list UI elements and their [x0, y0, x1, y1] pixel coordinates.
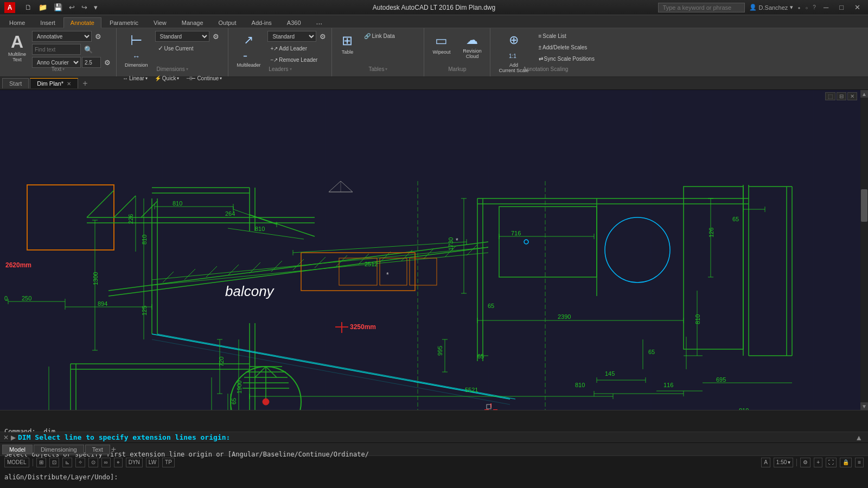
close-btn[interactable]: ✕	[851, 2, 864, 12]
dim-style-config-btn[interactable]: ⚙	[210, 31, 221, 42]
grid-btn[interactable]: ⊞	[36, 458, 46, 467]
new-btn[interactable]: 🗋	[23, 2, 34, 12]
canvas-float-btn[interactable]: ⊟	[837, 92, 846, 100]
tables-group-label[interactable]: Tables ▾	[332, 65, 424, 74]
scale-list-btn[interactable]: ≡ Scale List	[536, 30, 597, 41]
tab-parametric[interactable]: Parametric	[103, 17, 145, 28]
leader-style-config[interactable]: ⚙	[317, 31, 328, 42]
undo-btn[interactable]: ↩	[67, 2, 77, 12]
canvas-close-btn[interactable]: ✕	[847, 92, 857, 100]
polar-btn[interactable]: ✧	[75, 458, 85, 467]
tab-more[interactable]: ...	[309, 15, 330, 28]
link-data-btn[interactable]: 🔗 Link Data	[361, 30, 397, 41]
continue-btn[interactable]: ⊣⊢ Continue ▾	[183, 73, 225, 84]
find-text-btn[interactable]: 🔍	[82, 44, 95, 55]
help-search[interactable]	[658, 3, 745, 12]
bottom-tab-text[interactable]: Text	[85, 445, 110, 454]
find-text-input[interactable]	[32, 44, 81, 55]
workspace-btn[interactable]: ⚙	[800, 458, 810, 467]
add-leader-label: Add Leader	[279, 46, 307, 52]
table-btn[interactable]: ⊞ Table	[335, 30, 359, 57]
bottom-tab-model[interactable]: Model	[2, 445, 33, 454]
lw-btn[interactable]: LW	[146, 458, 159, 467]
qa-more-btn[interactable]: ▾	[92, 2, 100, 12]
ducs-btn[interactable]: ⌖	[114, 458, 123, 467]
dim-style-dropdown[interactable]: Standard	[155, 31, 209, 42]
dim-sub-row: ↔ Linear ▾ ⚡ Quick ▾ ⊣⊢ Continue ▾	[120, 73, 225, 84]
bottom-tab-dimensioning[interactable]: Dimensioning	[34, 445, 84, 454]
continue-dropdown-arrow[interactable]: ▾	[220, 76, 222, 81]
wipeout-label: Wipeout	[432, 49, 450, 55]
tab-output[interactable]: Output	[212, 17, 244, 28]
use-current-btn[interactable]: ✓ Use Current	[155, 43, 221, 54]
osnap-btn[interactable]: ⊙	[88, 458, 98, 467]
table-label: Table	[342, 49, 354, 55]
annotation-scale-btn[interactable]: A	[761, 458, 770, 467]
dimensions-group-label[interactable]: Dimensions ▾	[117, 65, 228, 74]
cmd-arrow-btn[interactable]: ▶	[11, 434, 16, 441]
tab-annotate[interactable]: Annotate	[63, 17, 101, 28]
redo-btn[interactable]: ↪	[79, 2, 90, 12]
linear-dropdown-arrow[interactable]: ▾	[145, 76, 148, 81]
svg-text:0: 0	[4, 295, 8, 301]
text-group-label[interactable]: Text ▾	[0, 65, 116, 74]
quick-btn[interactable]: ⚡ Quick ▾	[152, 73, 182, 84]
multiline-text-btn[interactable]: A MultilineText	[3, 30, 31, 65]
tab-manage[interactable]: Manage	[175, 17, 210, 28]
link-data-label: Link Data	[372, 33, 394, 39]
svg-text:720: 720	[218, 357, 225, 367]
fullscreen-btn[interactable]: ⛶	[826, 458, 837, 467]
svg-text:1300: 1300	[92, 272, 99, 285]
tp-btn[interactable]: TP	[162, 458, 175, 467]
leaders-group-label[interactable]: Leaders ▾	[228, 65, 331, 74]
cmd-expand-btn[interactable]: ▲	[853, 433, 865, 442]
open-btn[interactable]: 📁	[36, 2, 49, 12]
tab-addins[interactable]: Add-ins	[245, 17, 279, 28]
scale-btn[interactable]: 1:50 ▾	[774, 458, 793, 467]
ortho-btn[interactable]: ⊾	[62, 458, 72, 467]
dimension-btn[interactable]: ⊢↔ Dimension	[120, 30, 153, 70]
dyn-btn[interactable]: DYN	[126, 458, 143, 467]
scroll-up-btn[interactable]: ▲	[860, 90, 868, 98]
save-btn[interactable]: 💾	[52, 2, 65, 12]
revision-cloud-btn[interactable]: ☁ RevisionCloud	[457, 30, 487, 62]
canvas-area[interactable]: * *	[0, 90, 868, 410]
scroll-thumb[interactable]	[861, 189, 867, 222]
remove-leader-btn[interactable]: −↗ Remove Leader	[267, 54, 328, 65]
cmd-x-btn[interactable]: ✕	[3, 434, 9, 441]
add-bottom-tab-btn[interactable]: +	[111, 445, 116, 454]
svg-text:264: 264	[225, 210, 235, 217]
scroll-track[interactable]	[860, 98, 868, 402]
leader-style-dropdown[interactable]: Standard	[267, 31, 316, 42]
canvas-restore-btn[interactable]: ⬚	[825, 92, 835, 100]
doc-tab-start[interactable]: Start	[2, 78, 29, 88]
snap-btn[interactable]: ⊡	[49, 458, 59, 467]
tab-home[interactable]: Home	[2, 17, 32, 28]
dimplan-close-btn[interactable]: ✕	[67, 81, 71, 87]
tab-view[interactable]: View	[146, 17, 174, 28]
lock-btn[interactable]: 🔒	[840, 458, 852, 467]
text-style-dropdown[interactable]: Annotative	[32, 31, 92, 42]
multileader-btn[interactable]: ↗━ Multileader	[232, 30, 265, 70]
customize-btn[interactable]: ≡	[855, 458, 864, 467]
linear-btn[interactable]: ↔ Linear ▾	[120, 73, 150, 84]
sync-scale-btn[interactable]: ⇄ Sync Scale Positions	[536, 53, 597, 64]
tab-a360[interactable]: A360	[280, 17, 308, 28]
tab-insert[interactable]: Insert	[33, 17, 62, 28]
text-style-config-btn[interactable]: ⚙	[93, 31, 104, 42]
add-doc-tab-btn[interactable]: +	[79, 79, 91, 88]
quick-dropdown-arrow[interactable]: ▾	[177, 76, 179, 81]
scroll-down-btn[interactable]: ▼	[860, 402, 868, 410]
model-space-btn[interactable]: MODEL	[4, 458, 29, 467]
wipeout-btn[interactable]: ▭ Wipeout	[427, 30, 455, 57]
doc-tab-dimplan[interactable]: Dim Plan* ✕	[30, 78, 78, 88]
vertical-scrollbar[interactable]: ▲ ▼	[860, 90, 868, 410]
add-delete-scales-btn[interactable]: ± Add/Delete Scales	[536, 42, 597, 53]
add-leader-btn[interactable]: +↗ Add Leader	[267, 43, 328, 54]
minimize-btn[interactable]: ─	[820, 2, 832, 12]
otrack-btn[interactable]: ∞	[101, 458, 111, 467]
canvas-top-right: ⬚ ⊟ ✕	[825, 92, 857, 100]
maximize-btn[interactable]: □	[836, 2, 847, 12]
zoom-in-btn[interactable]: +	[814, 458, 822, 467]
cmd-input[interactable]	[18, 433, 851, 441]
